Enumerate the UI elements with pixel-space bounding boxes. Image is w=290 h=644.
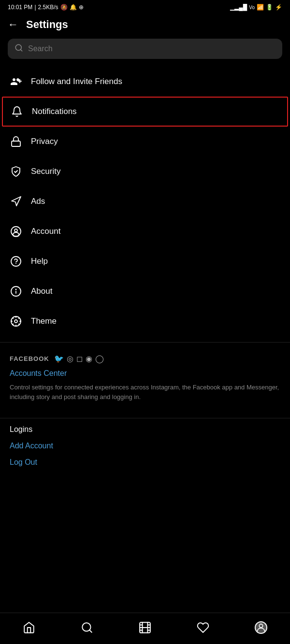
status-bar: 10:01 PM | 2.5KB/s 🔕 🔔 ⊕ ▁▂▄█ Vo 📶 🔋 ⚡ bbox=[0, 0, 290, 13]
nav-search[interactable] bbox=[75, 619, 99, 636]
messenger-icon: ◎ bbox=[67, 354, 73, 363]
main-content: ← Settings Follow and Invite Friends bbox=[0, 13, 290, 518]
menu-item-ads[interactable]: Ads bbox=[0, 186, 290, 216]
add-account-link[interactable]: Add Account bbox=[10, 442, 280, 450]
menu-label-account: Account bbox=[31, 227, 60, 236]
svg-point-8 bbox=[15, 263, 16, 264]
shield-icon bbox=[10, 165, 22, 178]
log-out-link[interactable]: Log Out bbox=[10, 458, 280, 467]
status-network-speed: 2.5KB/s bbox=[38, 4, 58, 11]
menu-label-ads: Ads bbox=[31, 197, 45, 206]
menu-label-notifications: Notifications bbox=[32, 107, 77, 116]
signal-icon: ▁▂▄█ bbox=[230, 4, 247, 11]
nav-profile[interactable] bbox=[249, 619, 273, 636]
logins-section: Logins Add Account Log Out bbox=[0, 420, 290, 479]
back-button[interactable]: ← bbox=[8, 18, 18, 31]
ads-icon bbox=[10, 195, 22, 208]
svg-point-13 bbox=[14, 320, 17, 323]
volte-icon: Vo bbox=[249, 5, 255, 10]
theme-icon bbox=[10, 315, 22, 328]
heart-icon bbox=[197, 621, 209, 634]
search-bar[interactable] bbox=[8, 39, 282, 59]
lock-icon bbox=[10, 135, 22, 148]
header: ← Settings bbox=[0, 13, 290, 39]
page-title: Settings bbox=[26, 18, 68, 31]
svg-line-15 bbox=[89, 630, 92, 632]
battery-icon: 🔋 bbox=[266, 4, 273, 11]
nav-home[interactable] bbox=[17, 619, 41, 636]
menu-label-about: About bbox=[31, 286, 52, 296]
svg-point-24 bbox=[259, 624, 262, 628]
menu-item-privacy[interactable]: Privacy bbox=[0, 127, 290, 157]
menu-item-follow[interactable]: Follow and Invite Friends bbox=[0, 67, 290, 97]
menu-label-follow: Follow and Invite Friends bbox=[31, 77, 122, 86]
info-icon bbox=[10, 285, 22, 298]
svg-rect-4 bbox=[12, 141, 20, 146]
menu-item-about[interactable]: About bbox=[0, 276, 290, 306]
menu-item-security[interactable]: Security bbox=[0, 157, 290, 186]
facebook-label: FACEBOOK bbox=[10, 355, 49, 362]
facebook-description: Control settings for connected experienc… bbox=[10, 383, 280, 401]
status-left: 10:01 PM | 2.5KB/s 🔕 🔔 ⊕ bbox=[8, 4, 84, 11]
charging-icon: ⚡ bbox=[275, 4, 282, 11]
nav-heart[interactable] bbox=[191, 619, 215, 636]
home-icon bbox=[23, 621, 35, 634]
nav-reels[interactable] bbox=[133, 619, 157, 636]
bell-icon bbox=[11, 105, 23, 118]
status-time: 10:01 PM bbox=[8, 4, 32, 11]
accounts-center-link[interactable]: Accounts Center bbox=[10, 369, 280, 378]
search-nav-icon bbox=[81, 621, 93, 634]
wifi-icon: 📶 bbox=[257, 4, 264, 11]
menu-item-theme[interactable]: Theme bbox=[0, 306, 290, 336]
help-icon bbox=[10, 255, 22, 268]
logins-title: Logins bbox=[10, 425, 280, 434]
status-icons: 🔕 bbox=[60, 4, 68, 11]
svg-point-7 bbox=[11, 257, 21, 266]
status-vpn: ⊕ bbox=[79, 4, 84, 11]
avatar-icon bbox=[256, 621, 266, 634]
account-icon bbox=[10, 225, 22, 238]
facebook-section: FACEBOOK 🐦 ◎ ◻ ◉ ◯ Accounts Center Contr… bbox=[0, 344, 290, 416]
menu-label-privacy: Privacy bbox=[31, 137, 58, 146]
reels-icon bbox=[139, 621, 151, 634]
divider-1 bbox=[0, 342, 290, 343]
menu-item-notifications[interactable]: Notifications bbox=[2, 97, 288, 127]
facebook-social-icons: 🐦 ◎ ◻ ◉ ◯ bbox=[54, 354, 104, 363]
menu-item-help[interactable]: Help bbox=[0, 246, 290, 276]
status-speed: | bbox=[34, 4, 36, 11]
menu-label-theme: Theme bbox=[31, 316, 57, 326]
whatsapp-icon: ◉ bbox=[86, 354, 92, 363]
oculus-icon: ◯ bbox=[95, 354, 104, 363]
svg-line-1 bbox=[20, 49, 22, 51]
facebook-header: FACEBOOK 🐦 ◎ ◻ ◉ ◯ bbox=[10, 354, 280, 363]
follow-icon bbox=[10, 75, 22, 88]
menu-label-help: Help bbox=[31, 257, 48, 266]
search-icon bbox=[14, 43, 23, 54]
facebook-f-icon: 🐦 bbox=[54, 354, 64, 363]
svg-point-5 bbox=[11, 227, 21, 236]
instagram-icon: ◻ bbox=[76, 354, 83, 363]
profile-avatar bbox=[255, 621, 267, 634]
menu-label-security: Security bbox=[31, 167, 60, 176]
status-right: ▁▂▄█ Vo 📶 🔋 ⚡ bbox=[230, 4, 282, 11]
menu-list: Follow and Invite Friends Notifications … bbox=[0, 63, 290, 340]
status-alarm: 🔔 bbox=[70, 4, 77, 11]
divider-2 bbox=[0, 418, 290, 418]
search-input[interactable] bbox=[28, 44, 276, 53]
bottom-nav bbox=[0, 613, 290, 644]
svg-point-6 bbox=[14, 229, 17, 232]
menu-item-account[interactable]: Account bbox=[0, 216, 290, 246]
